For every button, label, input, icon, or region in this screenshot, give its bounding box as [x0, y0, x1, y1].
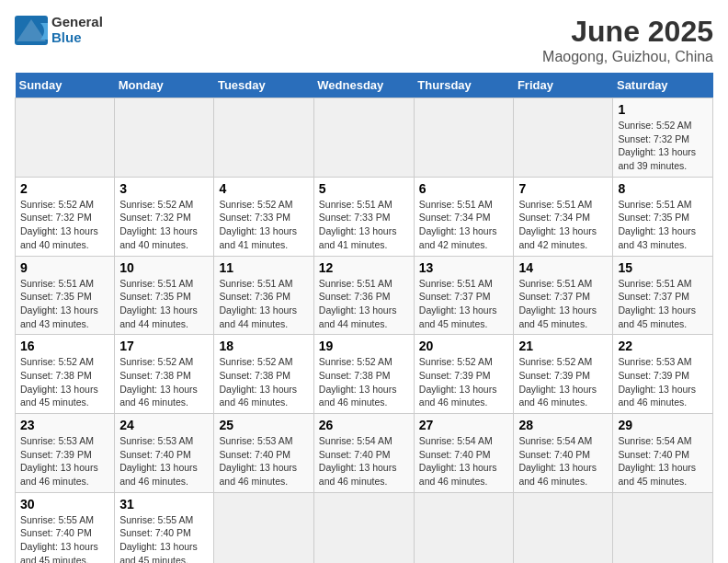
calendar-cell: 18Sunrise: 5:52 AMSunset: 7:38 PMDayligh… — [214, 335, 313, 414]
calendar-cell: 31Sunrise: 5:55 AMSunset: 7:40 PMDayligh… — [115, 492, 214, 563]
day-number: 19 — [319, 339, 409, 353]
header-cell-friday: Friday — [514, 73, 613, 98]
day-detail: Sunrise: 5:55 AMSunset: 7:40 PMDaylight:… — [20, 514, 98, 563]
calendar-cell: 8Sunrise: 5:51 AMSunset: 7:35 PMDaylight… — [613, 177, 713, 256]
calendar-cell: 22Sunrise: 5:53 AMSunset: 7:39 PMDayligh… — [613, 335, 713, 414]
day-number: 7 — [518, 181, 608, 196]
day-number: 25 — [219, 418, 308, 432]
calendar-cell — [514, 492, 613, 563]
calendar-cell: 7Sunrise: 5:51 AMSunset: 7:34 PMDaylight… — [514, 177, 613, 256]
day-detail: Sunrise: 5:53 AMSunset: 7:40 PMDaylight:… — [219, 435, 297, 487]
day-number: 27 — [419, 418, 509, 432]
day-number: 30 — [20, 497, 109, 511]
calendar-cell: 19Sunrise: 5:52 AMSunset: 7:38 PMDayligh… — [313, 335, 414, 414]
day-number: 6 — [419, 181, 509, 196]
day-number: 28 — [518, 418, 608, 432]
header-cell-thursday: Thursday — [414, 73, 514, 98]
day-detail: Sunrise: 5:51 AMSunset: 7:34 PMDaylight:… — [419, 199, 497, 250]
day-number: 29 — [618, 418, 708, 432]
day-number: 22 — [618, 339, 708, 353]
day-detail: Sunrise: 5:54 AMSunset: 7:40 PMDaylight:… — [518, 435, 597, 487]
header-cell-saturday: Saturday — [613, 73, 713, 98]
logo: General Blue — [15, 15, 103, 45]
day-number: 9 — [20, 260, 109, 275]
calendar-cell: 1Sunrise: 5:52 AMSunset: 7:32 PMDaylight… — [613, 98, 713, 178]
calendar-cell: 27Sunrise: 5:54 AMSunset: 7:40 PMDayligh… — [414, 414, 514, 493]
logo-general: General — [51, 15, 103, 30]
page-title: June 2025 — [542, 15, 713, 49]
day-number: 17 — [119, 339, 209, 353]
calendar-cell: 15Sunrise: 5:51 AMSunset: 7:37 PMDayligh… — [613, 256, 713, 335]
calendar-week-row: 23Sunrise: 5:53 AMSunset: 7:39 PMDayligh… — [16, 414, 713, 493]
calendar-cell — [313, 98, 414, 178]
calendar-header-row: SundayMondayTuesdayWednesdayThursdayFrid… — [16, 73, 713, 98]
calendar-cell: 25Sunrise: 5:53 AMSunset: 7:40 PMDayligh… — [214, 414, 313, 493]
calendar-week-row: 30Sunrise: 5:55 AMSunset: 7:40 PMDayligh… — [16, 492, 713, 563]
day-detail: Sunrise: 5:52 AMSunset: 7:33 PMDaylight:… — [219, 199, 297, 250]
calendar-cell: 23Sunrise: 5:53 AMSunset: 7:39 PMDayligh… — [16, 414, 115, 493]
calendar-cell: 14Sunrise: 5:51 AMSunset: 7:37 PMDayligh… — [514, 256, 613, 335]
day-number: 1 — [618, 102, 708, 117]
header-cell-sunday: Sunday — [16, 73, 115, 98]
day-detail: Sunrise: 5:54 AMSunset: 7:40 PMDaylight:… — [618, 435, 696, 487]
day-detail: Sunrise: 5:51 AMSunset: 7:35 PMDaylight:… — [618, 199, 696, 250]
logo-blue: Blue — [51, 30, 103, 46]
calendar-cell: 6Sunrise: 5:51 AMSunset: 7:34 PMDaylight… — [414, 177, 514, 256]
day-detail: Sunrise: 5:51 AMSunset: 7:35 PMDaylight:… — [20, 278, 98, 329]
day-number: 4 — [219, 181, 308, 196]
day-detail: Sunrise: 5:54 AMSunset: 7:40 PMDaylight:… — [419, 435, 497, 487]
day-detail: Sunrise: 5:53 AMSunset: 7:39 PMDaylight:… — [618, 356, 696, 408]
day-detail: Sunrise: 5:52 AMSunset: 7:38 PMDaylight:… — [20, 356, 98, 408]
calendar-cell — [414, 98, 514, 178]
calendar-cell: 12Sunrise: 5:51 AMSunset: 7:36 PMDayligh… — [313, 256, 414, 335]
day-detail: Sunrise: 5:54 AMSunset: 7:40 PMDaylight:… — [319, 435, 397, 487]
day-number: 24 — [119, 418, 209, 432]
day-number: 2 — [20, 181, 109, 196]
day-detail: Sunrise: 5:52 AMSunset: 7:32 PMDaylight:… — [119, 199, 198, 250]
day-detail: Sunrise: 5:55 AMSunset: 7:40 PMDaylight:… — [119, 514, 198, 563]
calendar-cell: 29Sunrise: 5:54 AMSunset: 7:40 PMDayligh… — [613, 414, 713, 493]
day-number: 10 — [119, 260, 209, 275]
calendar-cell: 11Sunrise: 5:51 AMSunset: 7:36 PMDayligh… — [214, 256, 313, 335]
calendar-table: SundayMondayTuesdayWednesdayThursdayFrid… — [15, 73, 713, 563]
day-detail: Sunrise: 5:51 AMSunset: 7:34 PMDaylight:… — [518, 199, 597, 250]
day-number: 23 — [20, 418, 109, 432]
calendar-cell — [414, 492, 514, 563]
header-cell-wednesday: Wednesday — [313, 73, 414, 98]
calendar-cell: 4Sunrise: 5:52 AMSunset: 7:33 PMDaylight… — [214, 177, 313, 256]
calendar-cell: 3Sunrise: 5:52 AMSunset: 7:32 PMDaylight… — [115, 177, 214, 256]
calendar-cell — [115, 98, 214, 178]
day-detail: Sunrise: 5:51 AMSunset: 7:36 PMDaylight:… — [219, 278, 297, 329]
day-number: 18 — [219, 339, 308, 353]
day-number: 3 — [119, 181, 209, 196]
day-detail: Sunrise: 5:53 AMSunset: 7:40 PMDaylight:… — [119, 435, 198, 487]
header-cell-tuesday: Tuesday — [214, 73, 313, 98]
calendar-cell: 13Sunrise: 5:51 AMSunset: 7:37 PMDayligh… — [414, 256, 514, 335]
calendar-cell: 16Sunrise: 5:52 AMSunset: 7:38 PMDayligh… — [16, 335, 115, 414]
calendar-cell: 17Sunrise: 5:52 AMSunset: 7:38 PMDayligh… — [115, 335, 214, 414]
day-detail: Sunrise: 5:51 AMSunset: 7:35 PMDaylight:… — [119, 278, 198, 329]
calendar-cell — [214, 492, 313, 563]
calendar-cell: 9Sunrise: 5:51 AMSunset: 7:35 PMDaylight… — [16, 256, 115, 335]
calendar-cell — [214, 98, 313, 178]
day-number: 31 — [119, 497, 209, 511]
day-detail: Sunrise: 5:53 AMSunset: 7:39 PMDaylight:… — [20, 435, 98, 487]
header: General Blue June 2025 Maogong, Guizhou,… — [15, 15, 713, 65]
day-number: 21 — [518, 339, 608, 353]
calendar-cell — [313, 492, 414, 563]
calendar-cell: 2Sunrise: 5:52 AMSunset: 7:32 PMDaylight… — [16, 177, 115, 256]
day-detail: Sunrise: 5:51 AMSunset: 7:37 PMDaylight:… — [419, 278, 497, 329]
calendar-cell: 24Sunrise: 5:53 AMSunset: 7:40 PMDayligh… — [115, 414, 214, 493]
day-detail: Sunrise: 5:51 AMSunset: 7:36 PMDaylight:… — [319, 278, 397, 329]
calendar-cell — [16, 98, 115, 178]
calendar-week-row: 2Sunrise: 5:52 AMSunset: 7:32 PMDaylight… — [16, 177, 713, 256]
day-detail: Sunrise: 5:52 AMSunset: 7:32 PMDaylight:… — [618, 120, 696, 171]
page-subtitle: Maogong, Guizhou, China — [542, 49, 713, 65]
day-number: 14 — [518, 260, 608, 275]
calendar-cell: 26Sunrise: 5:54 AMSunset: 7:40 PMDayligh… — [313, 414, 414, 493]
calendar-week-row: 16Sunrise: 5:52 AMSunset: 7:38 PMDayligh… — [16, 335, 713, 414]
calendar-cell: 5Sunrise: 5:51 AMSunset: 7:33 PMDaylight… — [313, 177, 414, 256]
calendar-cell: 20Sunrise: 5:52 AMSunset: 7:39 PMDayligh… — [414, 335, 514, 414]
day-number: 8 — [618, 181, 708, 196]
day-number: 26 — [319, 418, 409, 432]
